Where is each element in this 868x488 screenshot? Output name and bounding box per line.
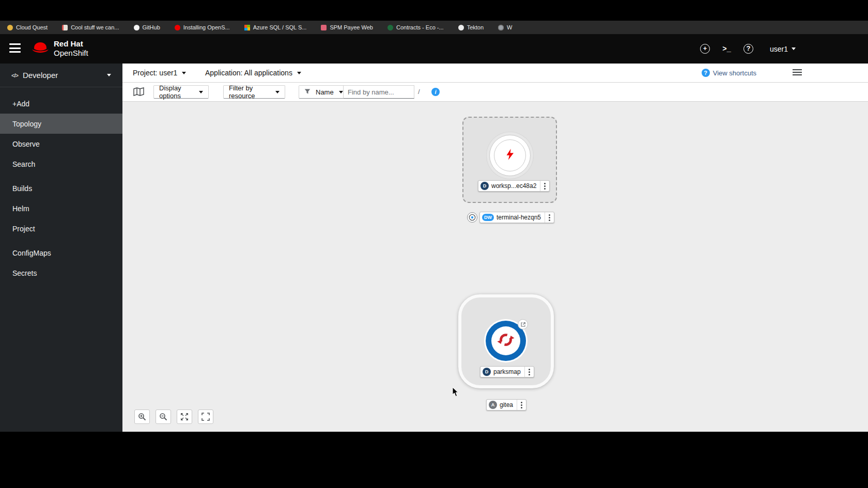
bookmark-label: Contracts - Eco -... (396, 24, 444, 30)
brand-logo: Red Hat OpenShift (31, 39, 88, 58)
bookmark-label: Cool stuff we can... (71, 24, 119, 30)
topology-toolbar: Display options Filter by resource Name … (122, 83, 868, 102)
hamburger-menu-button[interactable] (9, 43, 21, 53)
question-circle-icon: ? (702, 69, 710, 77)
terminal-node-label[interactable]: DW terminal-hezqn5 (479, 212, 554, 223)
deployment-badge: D (481, 182, 489, 190)
user-menu[interactable]: user1 (770, 45, 796, 53)
application-selector-label: Application: All applications (205, 69, 292, 77)
workspace-node-label[interactable]: D worksp...ec48a2 (478, 180, 550, 192)
web-terminal-button[interactable]: >_ (722, 45, 731, 53)
openshift-favicon-icon (175, 25, 180, 30)
bookmark-cloud-quest[interactable]: Cloud Quest (7, 24, 48, 30)
brand-text: Red Hat OpenShift (54, 39, 88, 58)
kebab-menu-icon[interactable] (545, 212, 554, 223)
filter-funnel-icon (304, 88, 311, 96)
kebab-menu-icon[interactable] (540, 181, 549, 191)
bookmark-label: SPM Payee Web (330, 24, 373, 30)
bookmark-w[interactable]: W (498, 24, 512, 30)
kebab-menu-icon[interactable] (517, 400, 526, 410)
topology-canvas[interactable]: D worksp...ec48a2 DW terminal-hezqn5 (122, 102, 868, 432)
find-by-name-input[interactable] (343, 85, 414, 99)
quick-create-button[interactable]: + (700, 44, 710, 54)
display-options-dropdown[interactable]: Display options (153, 85, 209, 99)
project-selector-label: Project: user1 (133, 69, 177, 77)
sidebar-item-label: ConfigMaps (12, 249, 51, 257)
document-favicon-icon (62, 25, 68, 30)
workspace-node-ring (494, 139, 526, 171)
caret-down-icon (107, 74, 111, 76)
web-app-favicon-icon (321, 25, 327, 30)
bookmark-azure-sql[interactable]: Azure SQL / SQL S... (244, 24, 307, 30)
sidebar-item-add[interactable]: +Add (0, 93, 122, 114)
parksmap-node-name: parksmap (491, 368, 524, 375)
globe-favicon-icon (388, 25, 393, 30)
name-filter-label: Name (316, 88, 334, 96)
name-filter-dropdown[interactable]: Name (299, 85, 349, 99)
bookmark-label: GitHub (143, 24, 160, 30)
info-icon[interactable]: i (431, 88, 440, 96)
sync-arrows-icon (496, 330, 516, 352)
bookmark-github[interactable]: GitHub (134, 24, 160, 30)
external-link-decorator-icon[interactable] (518, 319, 528, 329)
sidebar-item-search[interactable]: Search (0, 154, 122, 174)
parksmap-node-label[interactable]: D parksmap (480, 366, 534, 377)
screen: Cloud Quest Cool stuff we can... GitHub … (0, 0, 868, 488)
lightning-bolt-icon (503, 148, 517, 163)
sidebar-item-configmaps[interactable]: ConfigMaps (0, 243, 122, 263)
perspective-label: Developer (23, 71, 58, 80)
workspace-node[interactable] (489, 135, 531, 176)
caret-down-icon (339, 91, 343, 93)
caret-down-icon (297, 72, 301, 74)
bookmark-cool-stuff[interactable]: Cool stuff we can... (62, 24, 119, 30)
kebab-menu-icon[interactable] (524, 367, 534, 377)
view-shortcuts-link[interactable]: ? View shortcuts (702, 64, 756, 82)
project-selector[interactable]: Project: user1 (133, 64, 186, 82)
tekton-favicon-icon (458, 25, 464, 30)
bookmark-contracts[interactable]: Contracts - Eco -... (388, 24, 444, 30)
sidebar-group-1: +Add Topology Observe Search (0, 93, 122, 174)
shortcut-hint: / (418, 88, 420, 96)
display-options-label: Display options (159, 84, 194, 100)
sidebar-item-label: Project (12, 225, 35, 233)
github-favicon-icon (134, 25, 140, 30)
topology-view-icon[interactable] (133, 87, 144, 98)
cloud-quest-favicon-icon (7, 25, 13, 30)
terminal-icon: >_ (722, 45, 731, 53)
zoom-in-button[interactable] (134, 410, 150, 424)
filter-by-resource-dropdown[interactable]: Filter by resource (223, 85, 285, 99)
help-button[interactable]: ? (743, 44, 753, 54)
fullscreen-button[interactable] (198, 410, 213, 424)
globe-favicon-icon (498, 25, 504, 30)
view-shortcuts-label: View shortcuts (713, 69, 756, 77)
bookmark-label: Installing OpenS... (183, 24, 230, 30)
filter-by-resource-label: Filter by resource (229, 84, 270, 100)
sidebar-item-topology[interactable]: Topology (0, 114, 122, 134)
caret-down-icon (275, 91, 280, 93)
plus-circle-icon: + (700, 44, 710, 54)
application-selector[interactable]: Application: All applications (205, 64, 301, 82)
sidebar-item-observe[interactable]: Observe (0, 134, 122, 154)
sidebar-item-secrets[interactable]: Secrets (0, 263, 122, 283)
bookmark-spm-payee-web[interactable]: SPM Payee Web (321, 24, 373, 30)
sidebar-item-project[interactable]: Project (0, 218, 122, 239)
gitea-application-label[interactable]: A gitea (486, 399, 526, 411)
masthead-actions: + >_ ? user1 (700, 34, 796, 64)
sidebar-item-label: Topology (12, 120, 41, 128)
sidebar-item-helm[interactable]: Helm (0, 198, 122, 218)
sidebar-item-label: Secrets (12, 269, 37, 277)
red-hat-logo-icon (31, 41, 50, 56)
zoom-out-button[interactable] (156, 410, 171, 424)
bookmark-installing-openshift[interactable]: Installing OpenS... (175, 24, 230, 30)
sidebar-item-builds[interactable]: Builds (0, 178, 122, 198)
bookmark-label: W (507, 24, 512, 30)
question-circle-icon: ? (743, 44, 753, 54)
fit-to-screen-button[interactable] (177, 410, 192, 424)
sidebar-item-label: +Add (12, 100, 29, 108)
terminal-node-decorator-icon[interactable] (467, 212, 477, 223)
list-view-toggle-icon[interactable] (793, 69, 802, 77)
bookmark-tekton[interactable]: Tekton (458, 24, 484, 30)
brand-line1: Red Hat (54, 39, 88, 49)
sidebar-item-label: Builds (12, 184, 32, 193)
perspective-switcher[interactable]: </> Developer (0, 64, 122, 87)
